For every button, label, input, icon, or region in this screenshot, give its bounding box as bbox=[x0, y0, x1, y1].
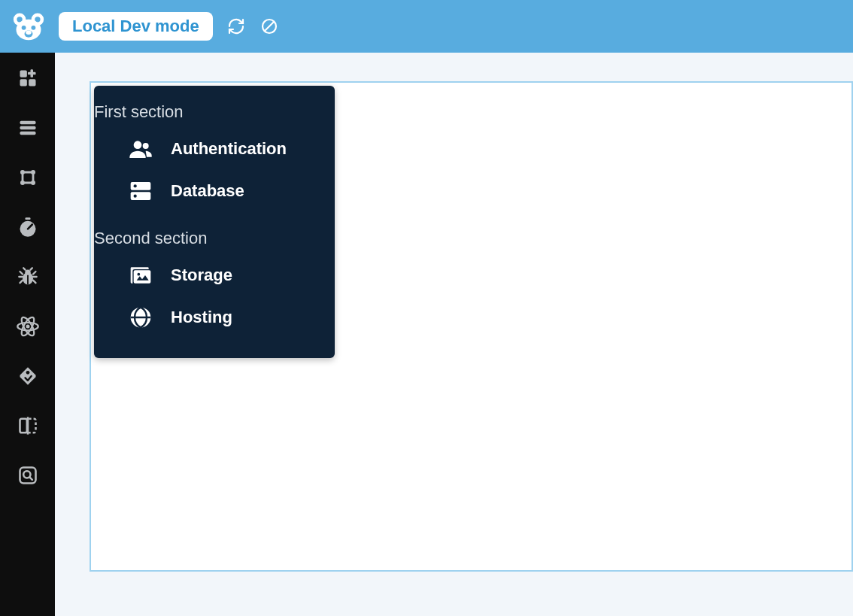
app-logo[interactable] bbox=[12, 10, 45, 43]
atom-icon[interactable] bbox=[16, 314, 40, 338]
svg-rect-35 bbox=[20, 468, 35, 484]
menu-section-title: First section bbox=[94, 102, 335, 128]
block-icon[interactable] bbox=[260, 17, 279, 36]
svg-point-21 bbox=[20, 181, 24, 185]
svg-rect-12 bbox=[29, 79, 35, 86]
svg-point-8 bbox=[26, 31, 31, 35]
svg-point-26 bbox=[25, 269, 30, 275]
svg-rect-15 bbox=[28, 72, 36, 75]
media-icon bbox=[129, 263, 153, 287]
timer-icon[interactable] bbox=[16, 215, 40, 239]
top-bar: Local Dev mode bbox=[0, 0, 853, 53]
menu-section-2: Second section Storage bbox=[94, 229, 335, 338]
svg-rect-44 bbox=[134, 270, 151, 283]
svg-point-39 bbox=[143, 143, 149, 149]
svg-point-22 bbox=[30, 181, 35, 185]
dns-icon bbox=[129, 179, 153, 203]
menu-item-label: Storage bbox=[171, 266, 232, 285]
menu-item-storage[interactable]: Storage bbox=[94, 254, 335, 296]
left-sidebar bbox=[0, 53, 55, 616]
search-page-icon[interactable] bbox=[16, 463, 40, 487]
svg-point-28 bbox=[26, 325, 29, 329]
compare-icon[interactable] bbox=[16, 414, 40, 438]
svg-point-5 bbox=[22, 26, 26, 30]
svg-rect-33 bbox=[20, 419, 26, 433]
menu-item-label: Authentication bbox=[171, 139, 287, 159]
svg-point-42 bbox=[134, 184, 137, 187]
menu-item-database[interactable]: Database bbox=[94, 170, 335, 212]
menu-item-label: Database bbox=[171, 181, 244, 201]
menu-item-authentication[interactable]: Authentication bbox=[94, 128, 335, 170]
menu-section-title: Second section bbox=[94, 229, 335, 254]
svg-rect-23 bbox=[25, 217, 30, 220]
bug-icon[interactable] bbox=[16, 265, 40, 289]
menu-item-label: Hosting bbox=[171, 308, 232, 327]
menu-item-hosting[interactable]: Hosting bbox=[94, 296, 335, 338]
widgets-add-icon[interactable] bbox=[16, 66, 40, 90]
people-icon bbox=[129, 137, 153, 161]
svg-point-45 bbox=[137, 273, 140, 276]
globe-icon bbox=[129, 305, 153, 329]
dev-mode-pill[interactable]: Local Dev mode bbox=[59, 12, 213, 41]
svg-rect-17 bbox=[20, 126, 35, 130]
menu-panel: First section Authentication bbox=[94, 86, 335, 358]
svg-rect-13 bbox=[20, 71, 26, 77]
main-area: First section Authentication bbox=[55, 53, 853, 616]
tag-icon[interactable] bbox=[16, 364, 40, 388]
svg-point-6 bbox=[31, 26, 35, 30]
svg-point-43 bbox=[134, 195, 137, 198]
branch-icon[interactable] bbox=[16, 165, 40, 190]
svg-line-10 bbox=[265, 22, 274, 31]
design-canvas[interactable]: First section Authentication bbox=[90, 81, 853, 572]
rows-icon[interactable] bbox=[16, 116, 40, 140]
svg-rect-16 bbox=[20, 121, 35, 125]
refresh-icon[interactable] bbox=[226, 17, 246, 36]
svg-point-32 bbox=[26, 371, 29, 375]
svg-rect-11 bbox=[20, 79, 26, 86]
svg-line-37 bbox=[29, 477, 32, 480]
svg-point-19 bbox=[20, 170, 24, 174]
menu-section-1: First section Authentication bbox=[94, 102, 335, 229]
svg-point-20 bbox=[30, 170, 35, 174]
svg-point-38 bbox=[134, 141, 142, 149]
svg-rect-18 bbox=[20, 132, 35, 135]
